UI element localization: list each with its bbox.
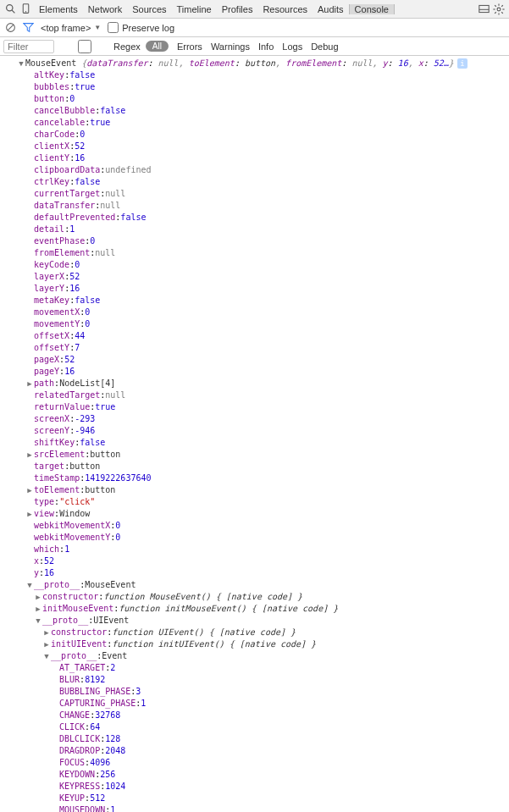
property-key: shiftKey xyxy=(34,437,75,449)
disclosure-triangle-icon[interactable]: ▶ xyxy=(25,508,34,520)
tab-sources[interactable]: Sources xyxy=(127,4,171,14)
property-row[interactable]: ▼__proto__: MouseEvent xyxy=(0,579,509,591)
property-row: timeStamp: 1419222637640 xyxy=(0,472,509,484)
property-key: initMouseEvent xyxy=(42,603,113,615)
disclosure-triangle-icon[interactable]: ▶ xyxy=(34,591,42,603)
regex-checkbox[interactable]: Regex xyxy=(59,40,141,53)
tab-network[interactable]: Network xyxy=(83,4,127,14)
property-key: DRAGDROP xyxy=(59,745,100,757)
filter-input[interactable] xyxy=(3,40,54,53)
property-key: clientX xyxy=(34,141,69,152)
svg-line-1 xyxy=(12,10,14,13)
regex-label: Regex xyxy=(113,41,141,52)
frame-selector[interactable]: <top frame> ▼ xyxy=(41,23,101,33)
property-row: shiftKey: false xyxy=(0,437,509,449)
filter-info[interactable]: Info xyxy=(255,41,277,52)
property-value: 52 xyxy=(44,555,54,567)
property-value: false xyxy=(75,176,100,188)
chevron-down-icon: ▼ xyxy=(94,24,101,31)
property-value: 8192 xyxy=(85,674,105,686)
property-row[interactable]: ▶initMouseEvent: function initMouseEvent… xyxy=(0,603,509,615)
property-row[interactable]: ▶path: NodeList[4] xyxy=(0,378,509,389)
property-row: MOUSEDOWN: 1 xyxy=(0,804,509,812)
property-key: KEYPRESS xyxy=(59,781,100,793)
property-key: KEYUP xyxy=(59,793,85,804)
property-value: 1 xyxy=(141,698,146,710)
property-key: CLICK xyxy=(59,721,85,733)
filter-errors[interactable]: Errors xyxy=(174,41,206,52)
property-value: button xyxy=(69,461,100,472)
property-row: clientX: 52 xyxy=(0,141,509,152)
tab-elements[interactable]: Elements xyxy=(34,4,83,14)
property-value: function initMouseEvent() { [native code… xyxy=(119,603,338,615)
property-key: CAPTURING_PHASE xyxy=(59,698,136,710)
tab-audits[interactable]: Audits xyxy=(313,4,349,14)
property-row[interactable]: ▶constructor: function UIEvent() { [nati… xyxy=(0,627,509,638)
disclosure-triangle-icon[interactable]: ▼ xyxy=(25,579,34,591)
tab-timeline[interactable]: Timeline xyxy=(172,4,217,14)
property-row: screenX: -293 xyxy=(0,413,509,425)
property-value: undefined xyxy=(105,164,151,176)
property-value: 0 xyxy=(75,259,80,271)
property-key: view xyxy=(34,508,54,520)
drawer-icon[interactable] xyxy=(477,3,490,16)
disclosure-triangle-icon[interactable]: ▶ xyxy=(25,449,34,461)
property-value: 1024 xyxy=(105,781,125,793)
disclosure-triangle-icon[interactable]: ▶ xyxy=(25,378,34,389)
property-value: 0 xyxy=(80,129,85,141)
property-row[interactable]: ▶view: Window xyxy=(0,508,509,520)
property-row: BLUR: 8192 xyxy=(0,674,509,686)
property-row: DRAGDROP: 2048 xyxy=(0,745,509,757)
property-value: 512 xyxy=(90,793,105,804)
disclosure-triangle-icon[interactable]: ▼ xyxy=(34,615,42,627)
disclosure-triangle-icon[interactable]: ▶ xyxy=(34,603,42,615)
disclosure-triangle-icon[interactable]: ▼ xyxy=(42,650,51,662)
disclosure-triangle-icon[interactable]: ▶ xyxy=(42,627,51,638)
disclosure-triangle-icon[interactable]: ▼ xyxy=(17,58,25,69)
tab-console[interactable]: Console xyxy=(349,4,395,14)
property-row[interactable]: ▼__proto__: Event xyxy=(0,650,509,662)
property-value: 256 xyxy=(100,769,115,781)
property-key: initUIEvent xyxy=(51,638,107,650)
disclosure-triangle-icon[interactable]: ▶ xyxy=(42,638,51,650)
regex-input[interactable] xyxy=(59,40,110,53)
tab-profiles[interactable]: Profiles xyxy=(217,4,258,14)
property-key: toElement xyxy=(34,484,80,496)
property-value: 0 xyxy=(90,235,95,247)
preserve-log-checkbox[interactable]: Preserve log xyxy=(108,22,174,33)
search-icon[interactable] xyxy=(3,3,17,16)
preserve-log-input[interactable] xyxy=(108,22,119,33)
property-key: defaultPrevented xyxy=(34,212,115,224)
info-badge-icon[interactable]: i xyxy=(457,58,468,69)
property-value: -293 xyxy=(75,413,95,425)
property-row: clipboardData: undefined xyxy=(0,164,509,176)
disclosure-triangle-icon[interactable]: ▶ xyxy=(25,484,34,496)
property-row[interactable]: ▶initUIEvent: function initUIEvent() { [… xyxy=(0,638,509,650)
tab-resources[interactable]: Resources xyxy=(257,4,313,14)
settings-gear-icon[interactable] xyxy=(492,3,506,16)
property-row[interactable]: ▶toElement: button xyxy=(0,484,509,496)
property-row: CAPTURING_PHASE: 1 xyxy=(0,698,509,710)
property-key: DBLCLICK xyxy=(59,733,100,745)
console-filterbar: Regex All ErrorsWarningsInfoLogsDebug xyxy=(0,37,509,56)
property-key: cancelBubble xyxy=(34,105,95,117)
clear-console-icon[interactable] xyxy=(5,22,16,33)
object-header-row[interactable]: ▼ MouseEvent {dataTransfer: null, toElem… xyxy=(0,58,509,69)
filter-funnel-icon[interactable] xyxy=(23,22,34,33)
property-key: dataTransfer xyxy=(34,200,95,212)
property-row: which: 1 xyxy=(0,544,509,555)
property-row[interactable]: ▶constructor: function MouseEvent() { [n… xyxy=(0,591,509,603)
filter-debug[interactable]: Debug xyxy=(307,41,341,52)
property-value: 128 xyxy=(105,733,120,745)
property-row: layerX: 52 xyxy=(0,271,509,283)
property-row[interactable]: ▼__proto__: UIEvent xyxy=(0,615,509,627)
property-row[interactable]: ▶srcElement: button xyxy=(0,449,509,461)
filter-warnings[interactable]: Warnings xyxy=(207,41,253,52)
device-icon[interactable] xyxy=(19,3,32,16)
property-key: currentTarget xyxy=(34,188,100,200)
filter-all[interactable]: All xyxy=(146,41,169,52)
property-row: x: 52 xyxy=(0,555,509,567)
filter-logs[interactable]: Logs xyxy=(279,41,306,52)
console-toolbar: <top frame> ▼ Preserve log xyxy=(0,19,509,37)
property-row: KEYUP: 512 xyxy=(0,793,509,804)
